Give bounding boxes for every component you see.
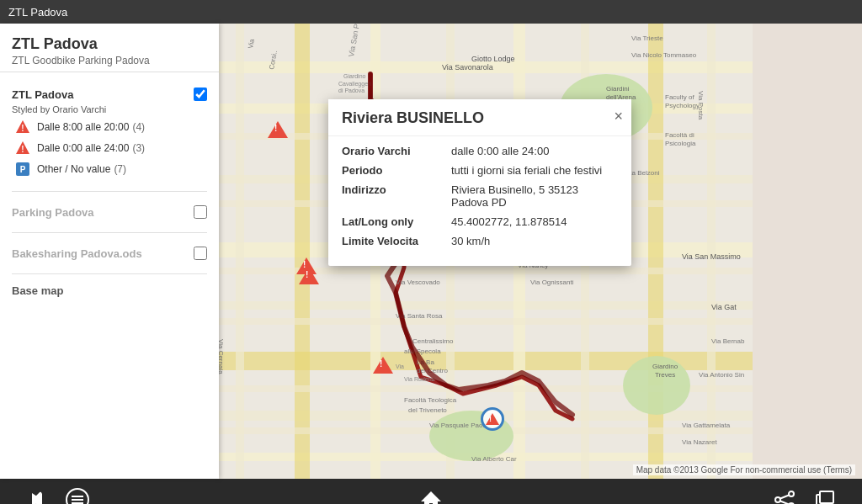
- svg-text:Via: Via: [396, 363, 404, 369]
- layer-bakesharing-header: Bakesharing Padova.ods: [12, 243, 207, 263]
- layer-parking-checkbox[interactable]: [194, 205, 207, 219]
- svg-line-92: [780, 496, 789, 499]
- sidebar: ZTL Padova ZTL Goodbike Parking Padova Z…: [0, 24, 219, 479]
- popup-row-indirizzo: Indirizzo Riviera Businello, 5 35123 Pad…: [342, 183, 618, 209]
- svg-rect-11: [236, 24, 244, 479]
- divider-3: [12, 273, 207, 274]
- svg-text:Via Gattamelata: Via Gattamelata: [682, 422, 731, 429]
- popup-row-limite: Limite Velocita 30 km/h: [342, 235, 618, 247]
- svg-text:Via Ognissanti: Via Ognissanti: [530, 279, 574, 286]
- svg-text:Via Rudena: Via Rudena: [404, 376, 435, 382]
- legend-count-dalle8: (4): [132, 121, 145, 133]
- sidebar-title: ZTL Padova: [12, 35, 207, 53]
- legend-item-dalle8: ! Dalle 8:00 alle 20:00 (4): [12, 118, 207, 136]
- warning-icon-2: !: [13, 139, 32, 157]
- sidebar-content: ZTL Padova Styled by Orario Varchi !: [0, 72, 219, 479]
- layer-ztl-padova: ZTL Padova Styled by Orario Varchi !: [0, 79, 219, 186]
- svg-text:Facoltà di: Facoltà di: [665, 131, 694, 139]
- sidebar-header: ZTL Padova ZTL Goodbike Parking Padova: [0, 24, 219, 72]
- svg-text:Giardini: Giardini: [606, 85, 630, 93]
- popup-row-periodo: Periodo tutti i giorni sia feriali che f…: [342, 164, 618, 177]
- popup-row-orario: Orario Varchi dalle 0:00 alle 24:00: [342, 145, 618, 157]
- svg-point-89: [789, 491, 794, 496]
- svg-text:Via Alberto Car: Via Alberto Car: [471, 455, 517, 463]
- window-button[interactable]: [813, 488, 837, 504]
- svg-text:alla Specola: alla Specola: [404, 347, 441, 355]
- popup-body: Orario Varchi dalle 0:00 alle 24:00 Peri…: [328, 136, 631, 266]
- svg-text:Via Savonarola: Via Savonarola: [442, 63, 493, 72]
- info-popup: Riviera BUSINELLO × Orario Varchi dalle …: [328, 99, 631, 266]
- svg-text:Giardino: Giardino: [652, 363, 678, 370]
- svg-rect-95: [820, 491, 833, 503]
- popup-value-latlong: 45.4002772, 11.878514: [451, 215, 618, 228]
- popup-value-periodo: tutti i giorni sia feriali che festivi: [451, 164, 618, 177]
- legend-label-dalle8: Dalle 8:00 alle 20:00: [37, 121, 129, 133]
- svg-text:Via Gat: Via Gat: [711, 303, 737, 311]
- map-marker-1[interactable]: [268, 121, 288, 138]
- layer-bakesharing-label: Bakesharing Padova.ods: [12, 247, 142, 260]
- svg-text:Psicologia: Psicologia: [665, 140, 696, 147]
- svg-text:Faculty of: Faculty of: [665, 93, 694, 101]
- svg-text:del Triveneto: del Triveneto: [408, 406, 447, 414]
- svg-text:Giardino: Giardino: [343, 73, 366, 79]
- app-title: ZTL Padova: [8, 6, 67, 19]
- svg-text:Treves: Treves: [655, 371, 675, 379]
- layer-ztl-padova-label: ZTL Padova: [12, 88, 73, 101]
- svg-text:Via Nicolo Tommaseo: Via Nicolo Tommaseo: [631, 51, 697, 59]
- warning-icon-1: !: [13, 118, 32, 136]
- svg-text:Via Pasquale Paoli: Via Pasquale Paoli: [429, 422, 486, 429]
- divider-1: [12, 191, 207, 192]
- info-icon-1: P: [13, 160, 32, 178]
- svg-text:Centralissimo: Centralissimo: [412, 337, 454, 345]
- layer-parking: Parking Padova: [0, 197, 219, 227]
- svg-text:Via San Massimo: Via San Massimo: [682, 252, 741, 261]
- map-attribution: Map data ©2013 Google For non-commercial…: [633, 464, 855, 475]
- divider-2: [12, 232, 207, 233]
- layer-bakesharing: Bakesharing Padova.ods: [0, 238, 219, 268]
- popup-header: Riviera BUSINELLO ×: [328, 99, 631, 136]
- map-marker-4[interactable]: [373, 357, 393, 374]
- popup-title: Riviera BUSINELLO: [342, 109, 601, 127]
- menu-button[interactable]: [66, 488, 89, 504]
- popup-close-button[interactable]: ×: [614, 108, 623, 125]
- layer-ztl-padova-header: ZTL Padova: [12, 84, 207, 104]
- popup-label-limite: Limite Velocita: [342, 235, 451, 247]
- back-button[interactable]: [25, 488, 49, 504]
- popup-label-periodo: Periodo: [342, 164, 451, 177]
- layer-parking-header: Parking Padova: [12, 202, 207, 222]
- svg-text:Via Trieste: Via Trieste: [631, 34, 663, 42]
- svg-text:!: !: [21, 145, 24, 154]
- popup-label-indirizzo: Indirizzo: [342, 183, 451, 209]
- nav-left: [25, 488, 89, 504]
- home-button[interactable]: [419, 488, 443, 504]
- map-marker-3[interactable]: [299, 268, 319, 284]
- legend-count-other: (7): [114, 163, 126, 175]
- svg-line-93: [780, 501, 789, 505]
- legend-label-dalle0: Dalle 0:00 alle 24:00: [37, 142, 129, 154]
- layer-ztl-padova-checkbox[interactable]: [194, 88, 207, 101]
- base-map-label: Base map: [0, 279, 219, 299]
- sidebar-subtitle: ZTL Goodbike Parking Padova: [12, 55, 207, 66]
- svg-text:Via Antonio Sin: Via Antonio Sin: [699, 371, 744, 379]
- svg-text:Via Nazaret: Via Nazaret: [682, 438, 717, 446]
- map-marker-selected[interactable]: [481, 407, 504, 431]
- legend-count-dalle0: (3): [132, 142, 145, 154]
- legend-label-other: Other / No value: [37, 163, 110, 175]
- svg-point-91: [775, 497, 780, 502]
- svg-text:Facoltà Teologica: Facoltà Teologica: [404, 396, 457, 404]
- svg-text:Via Bernab: Via Bernab: [711, 337, 745, 345]
- layer-parking-label: Parking Padova: [12, 206, 94, 219]
- title-bar: ZTL Padova: [0, 0, 862, 24]
- svg-marker-88: [421, 491, 441, 504]
- svg-text:Cavalleggeri: Cavalleggeri: [338, 81, 371, 88]
- popup-value-indirizzo: Riviera Businello, 5 35123 Padova PD: [451, 183, 618, 209]
- nav-center: [419, 488, 443, 504]
- main-area: Via San Pietro Via Savonarola Via Nicolo…: [0, 24, 862, 479]
- layer-bakesharing-checkbox[interactable]: [194, 247, 207, 260]
- legend-item-dalle0: ! Dalle 0:00 alle 24:00 (3): [12, 139, 207, 157]
- nav-right: [773, 488, 837, 504]
- popup-label-latlong: Lat/Long only: [342, 215, 451, 228]
- popup-row-latlong: Lat/Long only 45.4002772, 11.878514: [342, 215, 618, 228]
- svg-text:Psychology: Psychology: [665, 102, 700, 109]
- share-button[interactable]: [773, 488, 796, 504]
